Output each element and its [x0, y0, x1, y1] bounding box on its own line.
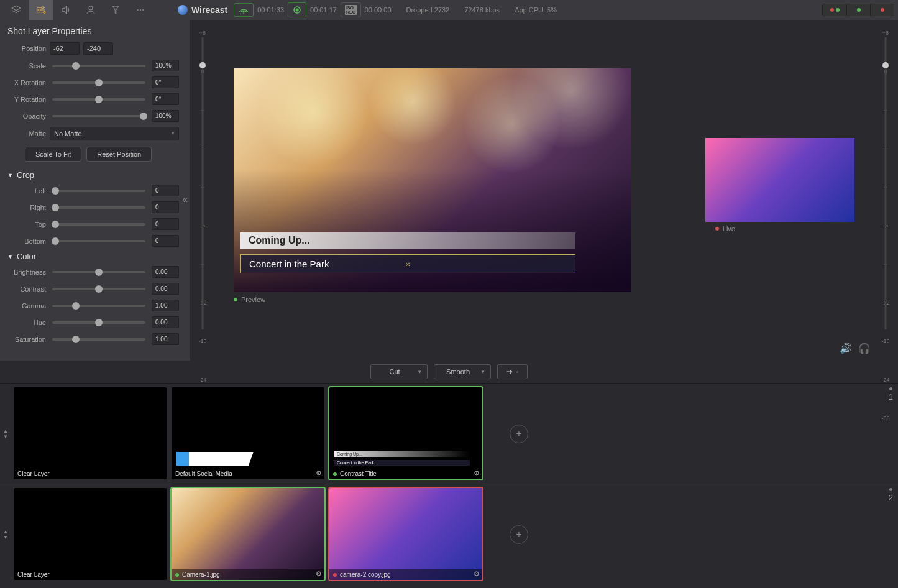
reset-position-button[interactable]: Reset Position — [86, 147, 152, 162]
position-y-input[interactable] — [83, 42, 113, 55]
gear-icon[interactable]: ⚙ — [316, 469, 322, 477]
more-icon[interactable] — [128, 0, 153, 20]
yrot-label: Y Rotation — [7, 96, 46, 103]
crop-left[interactable]: 0 — [152, 185, 179, 196]
position-x-input[interactable] — [50, 42, 80, 55]
close-icon[interactable]: ✕ — [405, 260, 410, 267]
filter-icon[interactable] — [103, 0, 128, 20]
stream-time: 00:01:33 — [257, 6, 284, 14]
xrot-value[interactable]: 0° — [152, 76, 179, 88]
crop-bottom-slider[interactable] — [52, 240, 145, 242]
gear-icon[interactable]: ⚙ — [316, 570, 322, 578]
brightness-value[interactable]: 0.00 — [152, 266, 179, 278]
color-section-header[interactable]: ▼Color — [7, 252, 179, 261]
hue-slider[interactable] — [52, 321, 145, 324]
svg-point-1 — [39, 9, 40, 11]
person-icon[interactable] — [78, 0, 103, 20]
yrot-value[interactable]: 0° — [152, 93, 179, 105]
svg-point-4 — [137, 9, 138, 11]
preview-label: Preview — [234, 296, 265, 303]
saturation-slider[interactable] — [52, 338, 145, 341]
gamma-slider[interactable] — [52, 305, 145, 307]
scale-label: Scale — [7, 62, 46, 70]
shot-label: Camera-1.jpg — [172, 569, 324, 580]
left-audio-meter[interactable]: +60–—–-6–-12-18-24-36 — [195, 27, 210, 361]
scale-to-fit-button[interactable]: Scale To Fit — [25, 147, 81, 162]
add-shot-button[interactable]: + — [510, 425, 528, 443]
crop-right[interactable]: 0 — [152, 201, 179, 213]
scale-value[interactable]: 100% — [152, 60, 179, 71]
hue-value[interactable]: 0.00 — [152, 316, 179, 328]
scale-slider[interactable] — [52, 65, 145, 67]
contrast-slider[interactable] — [52, 288, 145, 290]
preview-canvas[interactable]: Coming Up... Concert in the Park ✕ — [234, 68, 631, 292]
record-time: 00:01:17 — [310, 6, 337, 14]
app-logo-icon — [178, 5, 188, 15]
matte-select[interactable]: No Matte▾ — [50, 127, 179, 140]
layer-number: 2 — [889, 488, 893, 502]
dropped-frames: Dropped 2732 — [406, 6, 450, 14]
shot-label: Default Social Media — [172, 469, 324, 479]
shot-thumbnail[interactable]: Clear Layer — [14, 488, 167, 580]
bitrate: 72478 kbps — [464, 6, 500, 14]
add-shot-button[interactable]: + — [510, 525, 528, 544]
opacity-label: Opacity — [7, 113, 46, 120]
live-label: Live — [715, 225, 735, 232]
crop-top[interactable]: 0 — [152, 218, 179, 230]
svg-point-2 — [44, 11, 45, 13]
iso-time: 00:00:00 — [365, 6, 392, 14]
shot-label: camera-2 copy.jpg — [329, 569, 482, 580]
live-canvas[interactable] — [705, 138, 854, 222]
gamma-value[interactable]: 1.00 — [152, 300, 179, 311]
opacity-value[interactable]: 100% — [152, 110, 179, 122]
layer-number: 1 — [889, 387, 893, 402]
crop-section-header[interactable]: ▼Crop — [7, 170, 179, 180]
headphones-icon[interactable]: 🎧 — [858, 342, 871, 354]
output-indicators — [822, 4, 894, 16]
crop-right-slider[interactable] — [52, 206, 145, 209]
collapse-sidebar-icon[interactable]: « — [182, 194, 188, 205]
cpu-usage: App CPU: 5% — [515, 6, 557, 14]
svg-point-0 — [42, 7, 44, 9]
xrot-slider[interactable] — [52, 81, 145, 84]
contrast-value[interactable]: 0.00 — [152, 283, 179, 295]
sliders-icon[interactable] — [29, 0, 53, 20]
go-button[interactable]: ➔ ◦ — [497, 364, 528, 379]
right-audio-meter[interactable]: +60–—–-6–-12-18-24-36 — [878, 27, 893, 361]
cut-transition-select[interactable]: Cut▼ — [370, 364, 428, 379]
iso-status-button[interactable]: ISOREC — [341, 2, 361, 17]
crop-bottom[interactable]: 0 — [152, 235, 179, 247]
crop-top-slider[interactable] — [52, 223, 145, 226]
shot-label: Clear Layer — [14, 569, 167, 580]
xrot-label: X Rotation — [7, 79, 46, 86]
crop-left-slider[interactable] — [52, 190, 145, 192]
svg-point-8 — [296, 9, 299, 12]
layer-reorder-handle[interactable]: ▲▼ — [0, 484, 11, 584]
audio-icon[interactable] — [53, 0, 78, 20]
panel-title: Shot Layer Properties — [7, 26, 179, 36]
shot-label: Contrast Title — [329, 469, 482, 479]
lower-third-title[interactable]: Coming Up... — [240, 232, 575, 249]
yrot-slider[interactable] — [52, 98, 145, 101]
app-title: Wirecast — [178, 5, 227, 15]
smooth-transition-select[interactable]: Smooth▼ — [434, 364, 491, 379]
shot-thumbnail[interactable]: camera-2 copy.jpg⚙ — [329, 488, 482, 580]
stream-status-button[interactable] — [234, 3, 254, 17]
layers-icon[interactable] — [4, 0, 29, 20]
brightness-slider[interactable] — [52, 271, 145, 273]
position-label: Position — [7, 45, 46, 52]
opacity-slider[interactable] — [52, 115, 145, 117]
svg-point-6 — [142, 9, 144, 11]
lower-third-subtitle[interactable]: Concert in the Park ✕ — [240, 254, 575, 273]
record-status-button[interactable] — [288, 2, 306, 17]
shot-thumbnail[interactable]: Coming Up...Concert in the ParkContrast … — [329, 387, 482, 479]
matte-label: Matte — [7, 130, 46, 137]
shot-thumbnail[interactable]: Default Social Media⚙ — [172, 387, 324, 479]
gear-icon[interactable]: ⚙ — [474, 570, 480, 578]
gear-icon[interactable]: ⚙ — [474, 469, 480, 477]
speaker-icon[interactable]: 🔊 — [840, 342, 852, 354]
layer-reorder-handle[interactable]: ▲▼ — [0, 384, 11, 484]
saturation-value[interactable]: 1.00 — [152, 333, 179, 345]
shot-thumbnail[interactable]: Camera-1.jpg⚙ — [172, 488, 324, 580]
shot-thumbnail[interactable]: Clear Layer — [14, 387, 167, 479]
